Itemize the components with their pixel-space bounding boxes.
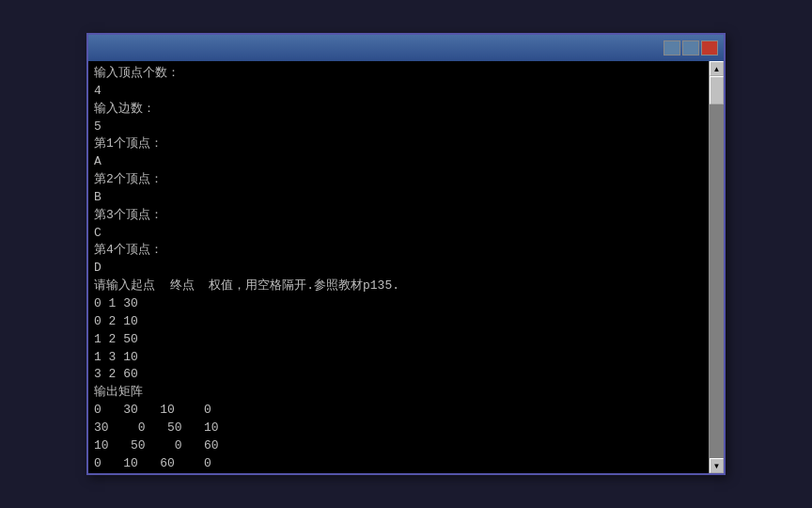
console-line: 输入顶点个数：	[94, 65, 703, 83]
console-line: D	[94, 260, 703, 278]
console-line: 30 0 50 10	[94, 420, 703, 437]
window-controls	[664, 40, 718, 56]
console-line: 第1个顶点：	[94, 135, 703, 153]
console-line: 3 2 60	[94, 366, 703, 384]
console-line: 0 30 10 0	[94, 402, 703, 420]
minimize-button[interactable]	[664, 40, 680, 56]
console-line: 0 2 10	[94, 313, 703, 331]
console-line: 0 1 30	[94, 295, 703, 313]
console-line: 第3个顶点：	[94, 207, 703, 225]
scrollbar[interactable]: ▲ ▼	[709, 61, 724, 473]
console-line: 第2个顶点：	[94, 171, 703, 189]
titlebar	[88, 35, 724, 61]
console-last-line: Press any key to continue	[94, 472, 703, 473]
restore-button[interactable]	[682, 40, 699, 56]
window-body: 输入顶点个数：4输入边数：5第1个顶点：A第2个顶点：B第3个顶点：C第4个顶点…	[88, 61, 724, 473]
console-line: 10 50 0 60	[94, 437, 703, 455]
console-line: 0 10 60 0	[94, 455, 703, 473]
console-line: 1 3 10	[94, 349, 703, 367]
scroll-thumb[interactable]	[710, 76, 724, 104]
scroll-down-button[interactable]: ▼	[710, 458, 724, 473]
console-line: 请输入起点 终点 权值，用空格隔开.参照教材p135.	[94, 278, 703, 295]
console-line: 输出矩阵	[94, 384, 703, 402]
console-line: 5	[94, 119, 703, 136]
console-output: 输入顶点个数：4输入边数：5第1个顶点：A第2个顶点：B第3个顶点：C第4个顶点…	[88, 61, 709, 473]
console-line: B	[94, 189, 703, 207]
console-line: 4	[94, 83, 703, 101]
close-button[interactable]	[701, 40, 718, 56]
console-line: 1 2 50	[94, 331, 703, 349]
console-line: C	[94, 225, 703, 243]
main-window: 输入顶点个数：4输入边数：5第1个顶点：A第2个顶点：B第3个顶点：C第4个顶点…	[86, 33, 726, 475]
scroll-track[interactable]	[710, 76, 724, 458]
console-line: A	[94, 153, 703, 171]
console-line: 第4个顶点：	[94, 242, 703, 260]
scroll-up-button[interactable]: ▲	[710, 61, 724, 76]
console-line: 输入边数：	[94, 101, 703, 119]
